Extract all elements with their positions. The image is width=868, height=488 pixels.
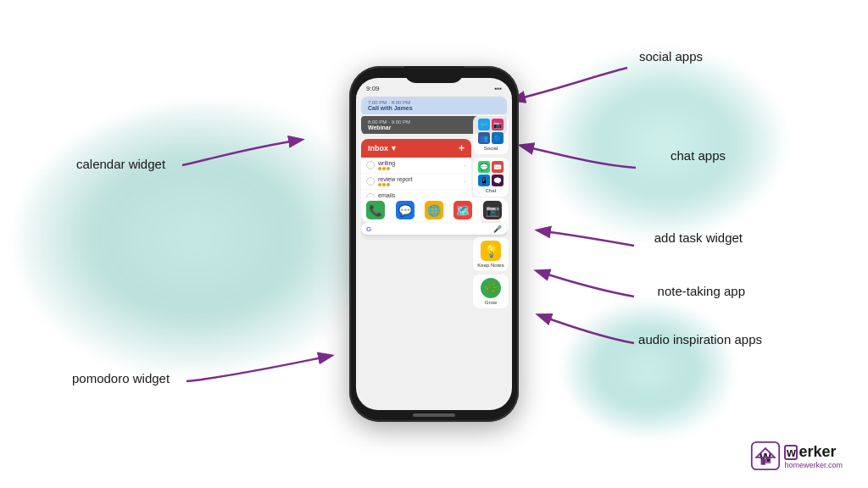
gmail-icon: ✉️ (492, 161, 504, 173)
keep-notes-icon: 💡 (481, 241, 501, 261)
slack-icon: 🗨️ (492, 175, 504, 186)
google-g-logo: G (366, 225, 371, 233)
chrome-app-icon[interactable]: 🌐 (425, 201, 443, 219)
social-app-cluster[interactable]: 🐦 📷 👥 🔵 Social (473, 115, 509, 154)
add-task-widget-label: add task widget (654, 230, 743, 245)
chat-cluster-label: Chat (486, 188, 497, 193)
phone-app-icon[interactable]: 📞 (366, 201, 385, 219)
task-arrow-1: › (464, 162, 466, 169)
dot2 (382, 183, 386, 186)
dock-icons-row: 📞 💬 🌐 🗺️ 📷 (361, 201, 507, 219)
task-text-review: review report (378, 176, 460, 186)
logo-text-area: werker homewerker.com (784, 443, 843, 469)
watercolor-blob-right (546, 51, 783, 237)
dot3 (387, 167, 390, 170)
watercolor-blob-left (17, 102, 373, 373)
grow-icon: 🌿 (481, 278, 501, 298)
svg-rect-4 (761, 459, 765, 465)
phone-screen: 9:09 ▪▪▪ 7:00 PM - 8:00 PM Call with Jam… (356, 78, 512, 410)
task-circle-2 (366, 177, 375, 186)
chat-app-cluster[interactable]: 💬 ✉️ 📱 🗨️ Chat (473, 158, 509, 197)
linkedin-icon: 🔵 (492, 132, 504, 144)
logo-area: w werker homewerker.com (750, 441, 843, 471)
audio-inspiration-label: audio inspiration apps (638, 332, 762, 347)
task-circle-1 (366, 161, 375, 169)
task-name-review: review report (378, 176, 460, 182)
logo-name: werker (784, 443, 843, 461)
messages-app-icon[interactable]: 💬 (396, 201, 415, 219)
whatsapp-icon: 💬 (478, 161, 490, 173)
dot3 (387, 183, 390, 186)
teams-icon: 📱 (478, 175, 490, 186)
status-time: 9:09 (366, 85, 380, 92)
dot1 (378, 183, 381, 186)
pomodoro-widget-label: pomodoro widget (72, 371, 170, 385)
task-arrow-2: › (464, 178, 466, 186)
chat-apps-label: chat apps (670, 148, 726, 163)
task-item-writing: writing › (361, 158, 471, 174)
task-item-review: review report › (361, 174, 471, 190)
calendar-event-1: 7:00 PM - 8:00 PM Call with James (361, 97, 507, 114)
grow-label: Grow (485, 300, 497, 305)
logo-url: homewerker.com (784, 461, 843, 469)
grow-app[interactable]: 🌿 Grow (473, 274, 509, 308)
todoist-inbox-label: Inbox (368, 144, 388, 152)
task-priority-writing (378, 167, 460, 170)
task-text-writing: writing (378, 160, 460, 170)
keep-notes-app[interactable]: 💡 Keep Notes (473, 237, 509, 271)
social-apps-label: social apps (639, 49, 703, 64)
cal-event-1-title: Call with James (368, 105, 500, 111)
phone-mockup: 9:09 ▪▪▪ 7:00 PM - 8:00 PM Call with Jam… (349, 66, 519, 422)
todoist-header: Inbox ▼ + (361, 139, 471, 158)
maps-app-icon[interactable]: 🗺️ (453, 201, 472, 219)
facebook-icon: 👥 (478, 132, 490, 144)
watercolor-blob-bottom-right (563, 302, 732, 437)
instagram-icon: 📷 (492, 119, 504, 130)
note-taking-app-label: note-taking app (658, 284, 745, 298)
status-icons: ▪▪▪ (494, 85, 502, 92)
phone-home-bar (413, 413, 455, 417)
google-search-bar[interactable]: G 🎤 (361, 223, 507, 235)
bottom-dock: 📞 💬 🌐 🗺️ 📷 (361, 197, 507, 223)
todoist-add-button[interactable]: + (459, 142, 465, 154)
dot1 (378, 167, 381, 170)
todoist-title-area: Inbox ▼ (368, 144, 398, 152)
dot2 (382, 167, 386, 170)
calendar-widget-label: calendar widget (76, 157, 165, 171)
keep-notes-label: Keep Notes (477, 263, 504, 268)
dropdown-arrow: ▼ (390, 144, 398, 152)
task-priority-review (378, 183, 460, 186)
logo-w-bracket: w (784, 445, 798, 460)
cal-event-1-time: 7:00 PM - 8:00 PM (368, 100, 500, 105)
logo-name-rest: erker (798, 443, 836, 460)
phone-notch (404, 66, 464, 83)
logo-house-icon: w (750, 441, 781, 471)
task-name-writing: writing (378, 160, 460, 166)
social-cluster-label: Social (484, 146, 498, 151)
google-mic-icon: 🎤 (493, 225, 502, 233)
twitter-icon: 🐦 (478, 119, 490, 130)
camera-app-icon[interactable]: 📷 (483, 201, 502, 219)
